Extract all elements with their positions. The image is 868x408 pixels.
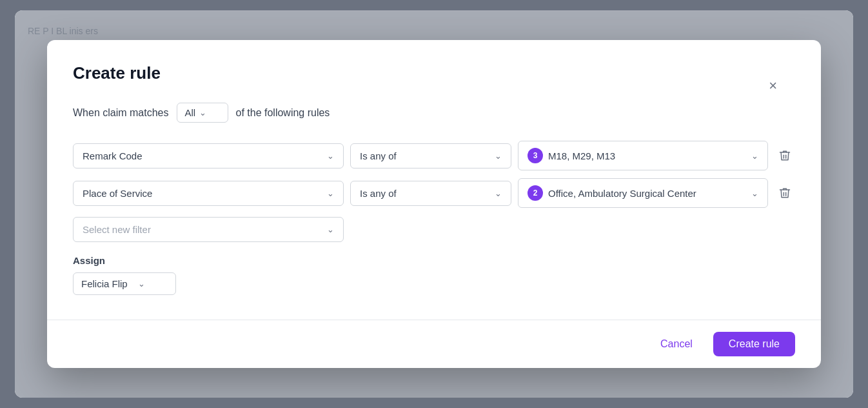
dialog-footer: Cancel Create rule: [47, 320, 821, 368]
create-rule-dialog: Create rule × When claim matches All ⌄ o…: [47, 40, 821, 368]
filter-1-value-text: M18, M29, M13: [548, 150, 615, 161]
filter-rows: Remark Code ⌄ Is any of ⌄ 3 M18, M29, M1…: [73, 141, 795, 208]
dialog-title: Create rule: [73, 63, 795, 83]
filter-2-op-chevron-icon: ⌄: [495, 189, 502, 198]
filter-2-value-text: Office, Ambulatory Surgical Center: [548, 188, 696, 199]
new-filter-placeholder: Select new filter: [83, 224, 151, 235]
assign-section: Assign Felicia Flip ⌄: [73, 255, 795, 295]
assign-label: Assign: [73, 255, 795, 266]
filter-1-op-select[interactable]: Is any of ⌄: [350, 143, 511, 168]
assign-value: Felicia Flip: [81, 278, 128, 289]
filter-1-value-select[interactable]: 3 M18, M29, M13 ⌄: [518, 141, 768, 170]
filter-1-value-inner: 3 M18, M29, M13: [528, 148, 615, 163]
filter-2-field-chevron-icon: ⌄: [327, 189, 334, 198]
matcher-select[interactable]: All ⌄: [177, 103, 228, 123]
assign-select[interactable]: Felicia Flip ⌄: [73, 272, 176, 295]
filter-2-delete-button[interactable]: [774, 183, 795, 203]
dialog-header: Create rule ×: [73, 63, 795, 83]
create-rule-button[interactable]: Create rule: [713, 332, 795, 356]
filter-2-field-label: Place of Service: [83, 188, 152, 199]
trash-icon-2: [778, 187, 791, 199]
close-button[interactable]: ×: [766, 76, 780, 96]
filter-2-op-select[interactable]: Is any of ⌄: [350, 181, 511, 206]
assign-chevron-icon: ⌄: [138, 279, 145, 289]
filter-2-value-inner: 2 Office, Ambulatory Surgical Center: [528, 185, 696, 201]
new-filter-row: Select new filter ⌄: [73, 217, 795, 242]
new-filter-select[interactable]: Select new filter ⌄: [73, 217, 344, 242]
filter-1-field-select[interactable]: Remark Code ⌄: [73, 143, 344, 168]
cancel-button[interactable]: Cancel: [649, 332, 704, 356]
filter-1-field-label: Remark Code: [83, 150, 143, 161]
matcher-value: All: [185, 107, 196, 118]
filter-1-badge: 3: [528, 148, 543, 163]
filter-1-value-chevron-icon: ⌄: [751, 151, 758, 161]
trash-icon: [778, 149, 791, 162]
filter-1-field-chevron-icon: ⌄: [327, 151, 334, 161]
matcher-suffix: of the following rules: [236, 107, 330, 119]
filter-2-value-select[interactable]: 2 Office, Ambulatory Surgical Center ⌄: [518, 178, 768, 208]
filter-row-1: Remark Code ⌄ Is any of ⌄ 3 M18, M29, M1…: [73, 141, 795, 170]
dialog-overlay: Create rule × When claim matches All ⌄ o…: [15, 10, 853, 398]
filter-2-value-chevron-icon: ⌄: [751, 189, 758, 198]
matcher-prefix: When claim matches: [73, 107, 169, 119]
filter-row-2: Place of Service ⌄ Is any of ⌄ 2 Office,…: [73, 178, 795, 208]
filter-1-delete-button[interactable]: [774, 145, 795, 166]
filter-2-op-label: Is any of: [360, 188, 397, 199]
matcher-row: When claim matches All ⌄ of the followin…: [73, 103, 795, 123]
filter-2-field-select[interactable]: Place of Service ⌄: [73, 181, 344, 206]
new-filter-chevron-icon: ⌄: [327, 225, 334, 234]
filter-1-op-label: Is any of: [360, 150, 397, 161]
matcher-chevron-icon: ⌄: [199, 108, 206, 117]
filter-1-op-chevron-icon: ⌄: [495, 151, 502, 161]
filter-2-badge: 2: [528, 185, 543, 201]
